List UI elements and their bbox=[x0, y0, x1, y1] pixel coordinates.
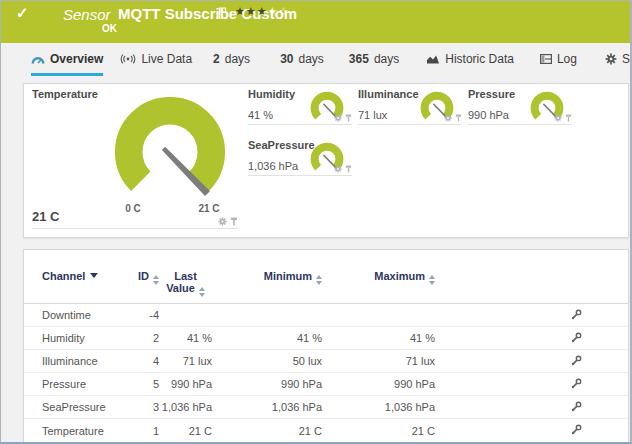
channel-settings-wrench-icon[interactable] bbox=[571, 378, 582, 391]
gauge-pin-icon[interactable] bbox=[345, 114, 352, 122]
sort-icon bbox=[199, 287, 205, 297]
channel-name[interactable]: Illuminance bbox=[24, 355, 134, 367]
tab-2-days[interactable]: 2 days bbox=[213, 52, 250, 73]
table-row-humidity[interactable]: Humidity 2 41 % 41 % 41 % bbox=[24, 327, 628, 350]
log-table-icon bbox=[540, 54, 552, 64]
channel-minimum: 990 hPa bbox=[212, 378, 322, 390]
channel-id: 5 bbox=[134, 378, 159, 390]
tab-30-days-label: days bbox=[298, 52, 323, 66]
tab-log[interactable]: Log bbox=[540, 52, 577, 73]
gauge-humidity[interactable]: Humidity 41 % bbox=[248, 88, 352, 125]
gauge-icon bbox=[31, 54, 45, 65]
gauge-humidity-value: 41 % bbox=[248, 109, 273, 121]
gauge-settings-gear-icon[interactable] bbox=[334, 165, 342, 173]
star-filled-icon[interactable]: ★★★ bbox=[235, 5, 268, 17]
tab-settings[interactable]: Settings bbox=[605, 52, 632, 73]
tab-365-days[interactable]: 365 days bbox=[349, 52, 399, 73]
gauge-settings-gear-icon[interactable] bbox=[444, 114, 452, 122]
channel-last-value: 21 C bbox=[159, 425, 212, 437]
channel-name[interactable]: SeaPressure bbox=[24, 401, 134, 413]
gauge-seapressure[interactable]: SeaPressure 1,036 hPa bbox=[248, 139, 352, 176]
tab-30-days-number: 30 bbox=[280, 52, 293, 66]
channel-name[interactable]: Pressure bbox=[24, 378, 134, 390]
tab-settings-label: Settings bbox=[622, 52, 632, 66]
channel-maximum: 41 % bbox=[322, 332, 435, 344]
sensor-status-header: ✓ Sensor MQTT Subscribe Custom ★★★☆☆ OK bbox=[1, 1, 630, 43]
channel-maximum: 71 lux bbox=[322, 355, 435, 367]
gauge-pressure-value: 990 hPa bbox=[468, 109, 509, 121]
tab-2-days-label: days bbox=[225, 52, 250, 66]
gauge-settings-gear-icon[interactable] bbox=[554, 114, 562, 122]
channel-maximum: 1,036 hPa bbox=[322, 401, 435, 413]
priority-flag-icon[interactable] bbox=[218, 5, 227, 23]
channels-table-panel: Channel ID LastValue Minimum Maximum Dow… bbox=[23, 249, 629, 444]
tab-2-days-number: 2 bbox=[213, 52, 220, 66]
channel-id: -4 bbox=[134, 309, 159, 321]
channel-name[interactable]: Downtime bbox=[24, 309, 134, 321]
channels-table-header: Channel ID LastValue Minimum Maximum bbox=[24, 250, 628, 304]
table-row-downtime[interactable]: Downtime -4 bbox=[24, 304, 628, 327]
tab-bar: Overview Live Data 2 days 30 days 365 da… bbox=[1, 43, 630, 79]
column-header-maximum[interactable]: Maximum bbox=[322, 270, 435, 285]
table-row-pressure[interactable]: Pressure 5 990 hPa 990 hPa 990 hPa bbox=[24, 373, 628, 396]
column-header-last-value[interactable]: LastValue bbox=[159, 270, 212, 297]
sort-icon bbox=[429, 275, 435, 285]
gear-icon bbox=[605, 53, 617, 65]
channel-name[interactable]: Humidity bbox=[24, 332, 134, 344]
channel-maximum: 990 hPa bbox=[322, 378, 435, 390]
channel-last-value: 990 hPa bbox=[159, 378, 212, 390]
gauge-temperature[interactable]: Temperature 0 C 21 C 21 C bbox=[32, 88, 238, 229]
tab-historic-data[interactable]: Historic Data bbox=[426, 52, 514, 73]
tab-30-days[interactable]: 30 days bbox=[280, 52, 324, 73]
channel-minimum: 1,036 hPa bbox=[212, 401, 322, 413]
gauge-scale-max-label: 21 C bbox=[192, 203, 226, 214]
tab-overview[interactable]: Overview bbox=[31, 52, 103, 76]
star-empty-icon[interactable]: ☆☆ bbox=[268, 5, 290, 17]
tab-live-data[interactable]: Live Data bbox=[120, 52, 192, 73]
status-ok-check-icon: ✓ bbox=[16, 4, 29, 22]
object-kind-label: Sensor bbox=[63, 6, 111, 23]
column-header-channel[interactable]: Channel bbox=[24, 270, 134, 282]
gauge-pin-icon[interactable] bbox=[345, 165, 352, 173]
channel-last-value: 71 lux bbox=[159, 355, 212, 367]
gauge-pressure[interactable]: Pressure 990 hPa bbox=[468, 88, 572, 125]
channel-last-value: 41 % bbox=[159, 332, 212, 344]
gauge-scale-min-label: 0 C bbox=[116, 203, 150, 214]
channel-minimum: 50 lux bbox=[212, 355, 322, 367]
channel-id: 3 bbox=[134, 401, 159, 413]
tab-365-days-label: days bbox=[374, 52, 399, 66]
gauge-seapressure-value: 1,036 hPa bbox=[248, 160, 298, 172]
tab-overview-label: Overview bbox=[50, 52, 103, 66]
channel-id: 4 bbox=[134, 355, 159, 367]
table-row-illuminance[interactable]: Illuminance 4 71 lux 50 lux 71 lux bbox=[24, 350, 628, 373]
channel-settings-wrench-icon[interactable] bbox=[571, 332, 582, 345]
channel-minimum: 41 % bbox=[212, 332, 322, 344]
column-header-minimum[interactable]: Minimum bbox=[212, 270, 322, 285]
channel-settings-wrench-icon[interactable] bbox=[571, 401, 582, 414]
live-signal-icon bbox=[120, 54, 136, 64]
channel-minimum: 21 C bbox=[212, 425, 322, 437]
gauge-settings-gear-icon[interactable] bbox=[334, 114, 342, 122]
gauge-settings-gear-icon[interactable] bbox=[218, 217, 227, 226]
tab-log-label: Log bbox=[557, 52, 577, 66]
tab-live-data-label: Live Data bbox=[141, 52, 192, 66]
gauge-illuminance[interactable]: Illuminance 71 lux bbox=[358, 88, 462, 125]
channel-maximum: 21 C bbox=[322, 425, 435, 437]
temperature-gauge-dial bbox=[115, 97, 225, 207]
channel-settings-wrench-icon[interactable] bbox=[571, 355, 582, 368]
channel-settings-wrench-icon[interactable] bbox=[571, 424, 582, 437]
channel-settings-wrench-icon[interactable] bbox=[571, 309, 582, 322]
column-header-id[interactable]: ID bbox=[134, 270, 159, 285]
gauge-pin-icon[interactable] bbox=[565, 114, 572, 122]
table-row-seapressure[interactable]: SeaPressure 3 1,036 hPa 1,036 hPa 1,036 … bbox=[24, 396, 628, 419]
table-row-temperature[interactable]: Temperature 1 21 C 21 C 21 C bbox=[24, 419, 628, 442]
area-chart-icon bbox=[426, 54, 440, 64]
channel-id: 2 bbox=[134, 332, 159, 344]
gauges-panel: Temperature 0 C 21 C 21 C Humidity bbox=[23, 83, 629, 238]
gauge-pin-icon[interactable] bbox=[455, 114, 462, 122]
channel-name[interactable]: Temperature bbox=[24, 425, 134, 437]
priority-stars[interactable]: ★★★☆☆ bbox=[235, 5, 289, 18]
gauge-pin-icon[interactable] bbox=[230, 217, 238, 226]
tab-historic-data-label: Historic Data bbox=[445, 52, 514, 66]
chevron-down-icon bbox=[90, 273, 98, 278]
